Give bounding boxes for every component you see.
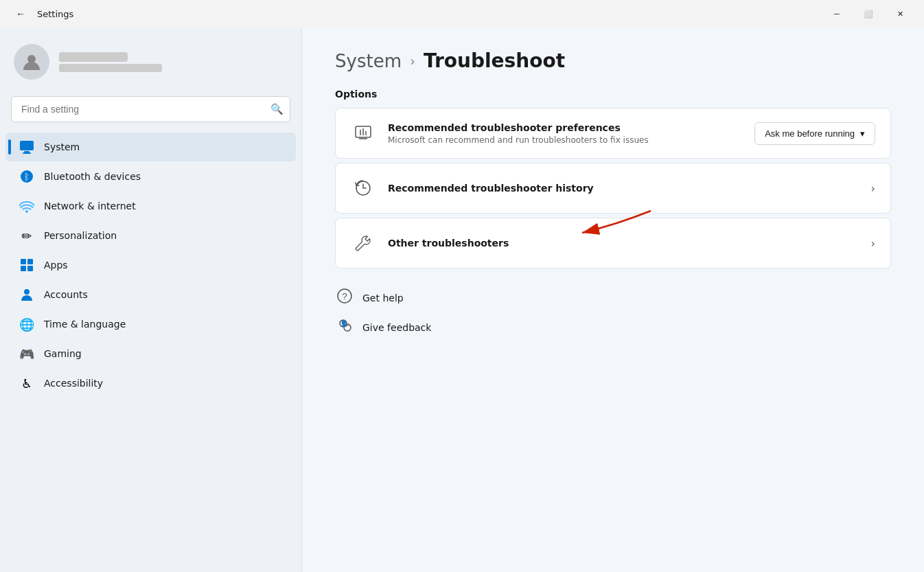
window-controls: ─ ⬜ ✕ bbox=[821, 3, 916, 25]
search-box: 🔍 bbox=[11, 96, 290, 122]
user-name bbox=[59, 52, 128, 62]
chevron-right-icon-history: › bbox=[871, 182, 875, 195]
svg-rect-7 bbox=[21, 259, 26, 264]
sidebar-item-apps[interactable]: Apps bbox=[5, 251, 296, 279]
sidebar-item-personalization[interactable]: ✏️ Personalization bbox=[5, 221, 296, 250]
troubleshooter-dropdown[interactable]: Ask me before running ▾ bbox=[754, 122, 875, 145]
sidebar-item-label-gaming: Gaming bbox=[44, 348, 82, 359]
breadcrumb-current: Troubleshoot bbox=[424, 49, 565, 72]
breadcrumb: System › Troubleshoot bbox=[335, 49, 891, 72]
card-content-other-troubleshooters: Other troubleshooters bbox=[388, 238, 859, 249]
history-icon bbox=[351, 176, 376, 201]
svg-text:👤: 👤 bbox=[340, 319, 348, 328]
breadcrumb-parent: System bbox=[335, 51, 402, 71]
other-troubleshooters-wrapper: Other troubleshooters › bbox=[335, 218, 891, 268]
svg-rect-1 bbox=[20, 141, 34, 150]
svg-rect-9 bbox=[21, 266, 26, 271]
get-help-label: Get help bbox=[362, 293, 404, 304]
avatar bbox=[14, 44, 49, 80]
sidebar: 🔍 System ᛒ bbox=[0, 27, 302, 572]
personalization-icon: ✏️ bbox=[19, 228, 34, 243]
give-feedback-label: Give feedback bbox=[362, 322, 431, 333]
user-email bbox=[59, 64, 162, 72]
bluetooth-icon: ᛒ bbox=[19, 169, 34, 184]
svg-point-6 bbox=[25, 210, 28, 213]
apps-icon bbox=[19, 258, 34, 273]
card-other-troubleshooters[interactable]: Other troubleshooters › bbox=[335, 218, 891, 268]
card-row-recommended-prefs: Recommended troubleshooter preferences M… bbox=[336, 108, 890, 158]
titlebar-left: ← Settings bbox=[11, 4, 73, 23]
card-action-recommended-prefs: Ask me before running ▾ bbox=[754, 122, 875, 145]
chevron-right-icon-other: › bbox=[871, 237, 875, 250]
sidebar-item-gaming[interactable]: 🎮 Gaming bbox=[5, 339, 296, 368]
get-help-link[interactable]: ? Get help bbox=[335, 288, 891, 308]
sidebar-item-time[interactable]: 🌐 Time & language bbox=[5, 310, 296, 339]
time-icon: 🌐 bbox=[19, 317, 34, 332]
get-help-icon: ? bbox=[335, 288, 354, 308]
search-icon[interactable]: 🔍 bbox=[270, 103, 284, 115]
troubleshooter-prefs-icon bbox=[351, 121, 376, 146]
sidebar-item-label-personalization: Personalization bbox=[44, 230, 117, 241]
sidebar-item-bluetooth[interactable]: ᛒ Bluetooth & devices bbox=[5, 162, 296, 191]
app-body: 🔍 System ᛒ bbox=[0, 27, 924, 572]
accounts-icon bbox=[19, 287, 34, 302]
card-title-recommended-prefs: Recommended troubleshooter preferences bbox=[388, 122, 742, 133]
sidebar-item-label-accounts: Accounts bbox=[44, 289, 88, 300]
gaming-icon: 🎮 bbox=[19, 346, 34, 361]
maximize-button[interactable]: ⬜ bbox=[853, 3, 884, 25]
network-icon bbox=[19, 198, 34, 214]
sidebar-item-network[interactable]: Network & internet bbox=[5, 192, 296, 220]
svg-rect-2 bbox=[24, 151, 30, 152]
card-desc-recommended-prefs: Microsoft can recommend and run troubles… bbox=[388, 135, 742, 145]
svg-text:ᛒ: ᛒ bbox=[24, 172, 30, 182]
sidebar-item-label-network: Network & internet bbox=[44, 201, 136, 211]
back-button[interactable]: ← bbox=[11, 4, 30, 23]
sidebar-item-accounts[interactable]: Accounts bbox=[5, 280, 296, 309]
card-title-other-troubleshooters: Other troubleshooters bbox=[388, 238, 859, 249]
user-section bbox=[0, 33, 301, 93]
section-title: Options bbox=[335, 89, 891, 100]
system-icon bbox=[19, 139, 34, 155]
footer-links: ? Get help 👤 Give feedback bbox=[335, 288, 891, 337]
sidebar-item-accessibility[interactable]: ♿ Accessibility bbox=[5, 369, 296, 398]
chevron-down-icon: ▾ bbox=[860, 128, 865, 139]
search-input[interactable] bbox=[11, 96, 290, 122]
user-info bbox=[59, 52, 162, 72]
sidebar-item-label-apps: Apps bbox=[44, 260, 68, 271]
card-row-other-troubleshooters: Other troubleshooters › bbox=[336, 218, 890, 268]
card-recommended-prefs: Recommended troubleshooter preferences M… bbox=[335, 108, 891, 159]
sidebar-item-label-bluetooth: Bluetooth & devices bbox=[44, 171, 141, 182]
sidebar-item-label-accessibility: Accessibility bbox=[44, 378, 103, 389]
close-button[interactable]: ✕ bbox=[884, 3, 916, 25]
main-content: System › Troubleshoot Options Recommende… bbox=[302, 27, 924, 572]
card-title-recommended-history: Recommended troubleshooter history bbox=[388, 183, 859, 194]
give-feedback-icon: 👤 bbox=[335, 317, 354, 337]
svg-rect-8 bbox=[27, 259, 33, 264]
sidebar-item-system[interactable]: System bbox=[5, 133, 296, 161]
app-title: Settings bbox=[37, 9, 73, 19]
sidebar-item-label-system: System bbox=[44, 141, 80, 152]
svg-point-11 bbox=[24, 289, 30, 295]
dropdown-value: Ask me before running bbox=[765, 128, 855, 139]
card-content-recommended-prefs: Recommended troubleshooter preferences M… bbox=[388, 122, 742, 145]
card-content-recommended-history: Recommended troubleshooter history bbox=[388, 183, 859, 194]
svg-rect-3 bbox=[23, 152, 31, 154]
breadcrumb-separator: › bbox=[410, 53, 415, 69]
wrench-icon bbox=[351, 231, 376, 255]
sidebar-item-label-time: Time & language bbox=[44, 319, 126, 330]
sidebar-nav: System ᛒ Bluetooth & devices bbox=[0, 132, 301, 398]
card-row-recommended-history: Recommended troubleshooter history › bbox=[336, 163, 890, 213]
give-feedback-link[interactable]: 👤 Give feedback bbox=[335, 317, 891, 337]
card-recommended-history[interactable]: Recommended troubleshooter history › bbox=[335, 163, 891, 214]
svg-rect-10 bbox=[27, 266, 33, 271]
svg-text:?: ? bbox=[342, 291, 347, 301]
titlebar: ← Settings ─ ⬜ ✕ bbox=[0, 0, 924, 27]
minimize-button[interactable]: ─ bbox=[821, 3, 853, 25]
accessibility-icon: ♿ bbox=[19, 376, 34, 391]
